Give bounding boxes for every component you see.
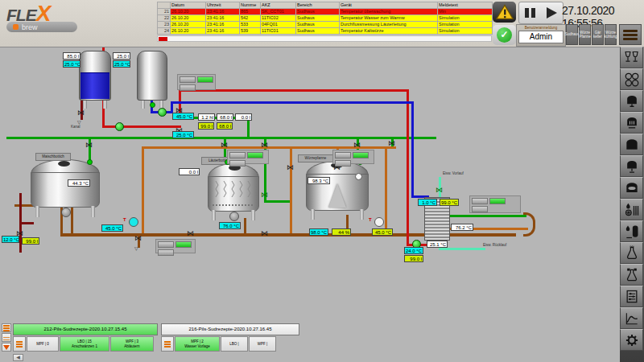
lauter-tun-vessel[interactable] [208, 163, 259, 221]
valve-icon[interactable]: ⋈ [85, 142, 93, 148]
gauge-drain_temp[interactable]: 12.0 °C [2, 236, 19, 243]
sidebar-item-mash-tun[interactable] [620, 90, 643, 112]
sidebar-item-wort-kettle[interactable] [620, 134, 643, 155]
panel-button[interactable] [472, 206, 488, 212]
gauge-hx_ice_temp[interactable]: 1.0 °C [418, 199, 437, 206]
pause-button[interactable] [525, 8, 535, 18]
gauge-station_flow_2[interactable]: 68.0 l [217, 113, 233, 121]
gauge-station_set_2[interactable]: 68.0 l [217, 122, 233, 130]
pump-icon[interactable] [158, 108, 167, 117]
nav-sudhaus[interactable]: Sudhaus [566, 24, 578, 45]
agitator-motor[interactable] [61, 208, 71, 217]
panel-button[interactable] [158, 249, 174, 256]
batch-menu-button[interactable] [13, 336, 26, 352]
sidebar-item-whirlpool[interactable] [620, 155, 643, 177]
panel-button[interactable] [335, 152, 351, 158]
play-button[interactable] [547, 7, 557, 19]
gauge-lauter_level[interactable]: 0.0 l [179, 168, 200, 175]
panel-button[interactable] [180, 76, 196, 83]
valve-icon[interactable]: ⋈ [261, 191, 268, 198]
gauge-station_temp_out[interactable]: 25.0 °C [172, 131, 194, 138]
gauge-drain_vol[interactable]: 99.0 l [22, 237, 39, 245]
batch-scroll-down-button[interactable] [2, 343, 11, 352]
sidebar-item-tasting-glasses[interactable] [620, 47, 643, 68]
gauge-tankA_top_left[interactable]: 85.0 l [63, 52, 80, 60]
panel-button[interactable] [229, 160, 246, 167]
panel-button[interactable] [158, 241, 174, 248]
batch-title[interactable]: 216-Pils-Sudrezepte-2020.10.27.16.45 [161, 323, 299, 335]
gauge-station_temp_in[interactable]: 45.0 °C [172, 113, 194, 120]
gauge-station_flow_3[interactable]: 0.0 l [235, 113, 252, 121]
panel-active-button[interactable] [197, 76, 213, 83]
batch-step-button[interactable]: WPF | [249, 336, 276, 352]
gauge-hx_mid_temp[interactable]: 25.1 °C [427, 241, 448, 248]
nav-wuerzekuehlung[interactable]: Würze kühlung [605, 24, 617, 45]
water-tank-2[interactable] [137, 51, 167, 101]
gauge-tankA_temp_right[interactable]: 25.0 °C [113, 60, 130, 68]
gauge-mash_temp[interactable]: 44.3 °C [68, 179, 90, 187]
batch-scroll-up-button[interactable] [2, 323, 11, 332]
valve-icon[interactable]: ⋈ [353, 142, 361, 148]
sidebar-item-wort-cooling[interactable] [620, 199, 643, 220]
gauge-hx_cool_vol[interactable]: 99.0 l [404, 255, 423, 262]
main-menu-button[interactable] [619, 24, 642, 45]
alarm-row[interactable]: 2426.10.2023:41:1653911TIC01SudhausTempe… [158, 28, 493, 35]
control-panel[interactable] [332, 150, 374, 164]
batch-list-button[interactable] [2, 333, 11, 342]
valve-icon[interactable]: ⋈ [436, 187, 443, 193]
panel-active-button[interactable] [247, 152, 263, 158]
batch-step-button[interactable]: LBO | [221, 336, 248, 352]
sidebar-item-storage-tank[interactable] [620, 177, 643, 199]
alarm-row[interactable]: 2326.10.2023:41:1653304FQ01SudhausDurchf… [158, 22, 493, 28]
pump-icon[interactable] [115, 122, 124, 131]
rake-motor[interactable] [229, 212, 239, 221]
alarm-row[interactable]: 2126.10.2023:41:16865SK_CCT01SudhausTemp… [158, 9, 493, 15]
batch-back-button[interactable]: ◀ [13, 354, 23, 361]
sidebar-item-kegs[interactable] [620, 68, 643, 90]
panel-button[interactable] [472, 198, 488, 204]
alarm-acknowledge-button[interactable]: ✓ [493, 25, 516, 45]
batch-step-button[interactable]: MPF | 0 [27, 336, 59, 352]
gauge-hx_ice_set[interactable]: 99.0 °C [440, 199, 459, 206]
user-login-button[interactable]: Admin [518, 31, 564, 43]
gauge-kettle_temp[interactable]: 98.3 °C [308, 177, 330, 184]
panel-active-button[interactable] [175, 241, 192, 248]
control-panel[interactable] [177, 74, 216, 90]
valve-icon[interactable]: ⋈ [221, 142, 228, 148]
panel-active-button[interactable] [353, 152, 369, 158]
batch-title[interactable]: 212-Pils-Sudrezepte-2020.10.27.15.45 [13, 323, 158, 335]
valve-icon[interactable]: ⋈ [261, 142, 268, 148]
control-panel[interactable] [227, 150, 269, 164]
gauge-lauter_temp[interactable]: 76.0 °C [219, 222, 241, 229]
valve-icon[interactable]: ⋈ [187, 230, 194, 237]
batch-step-button[interactable]: WPF | 3Abläutern [110, 336, 154, 352]
nav-gaerkeller[interactable]: Gär keller [592, 24, 604, 45]
gauge-kettle_heat[interactable]: 44 % [332, 228, 351, 236]
panel-button[interactable] [229, 152, 246, 158]
batch-step-button[interactable]: LBO | 15Anschwänzen 1 [60, 336, 109, 352]
panel-button[interactable] [335, 160, 351, 167]
sidebar-item-recipe-list[interactable] [620, 286, 643, 307]
batch-step-button[interactable]: MPF | 2Wasser Vorlage [175, 336, 220, 352]
control-panel[interactable] [155, 239, 196, 253]
hot-water-tank[interactable] [79, 51, 111, 101]
panel-button[interactable] [180, 84, 196, 91]
sidebar-item-cold-water-tank[interactable] [620, 220, 643, 242]
mash-tun-vessel[interactable] [31, 159, 100, 219]
valve-icon[interactable]: ⋈ [134, 235, 142, 241]
sidebar-item-lauter-tun[interactable] [620, 112, 643, 134]
gauge-kettle_out_temp[interactable]: 98.0 °C [309, 228, 328, 236]
batch-menu-button[interactable] [161, 336, 174, 352]
nav-wuerzepfanne[interactable]: Würze Pfanne [579, 24, 591, 45]
valve-icon[interactable]: ⋈ [261, 230, 268, 237]
gauge-kettle_temp2[interactable]: 45.0 °C [372, 228, 393, 236]
gauge-station_flow_1[interactable]: 1.2 hl [198, 113, 215, 121]
sidebar-item-cip-cold[interactable] [620, 264, 643, 286]
gauge-mash_out_temp[interactable]: 45.0 °C [101, 224, 123, 232]
control-panel[interactable] [469, 195, 521, 213]
valve-icon[interactable]: ⋈ [77, 109, 85, 116]
sidebar-item-trend-curve[interactable] [620, 307, 643, 329]
gauge-station_set_1[interactable]: 99.0 l [198, 122, 214, 130]
sidebar-item-cip-hot[interactable] [620, 242, 643, 264]
panel-active-button[interactable] [489, 198, 506, 204]
